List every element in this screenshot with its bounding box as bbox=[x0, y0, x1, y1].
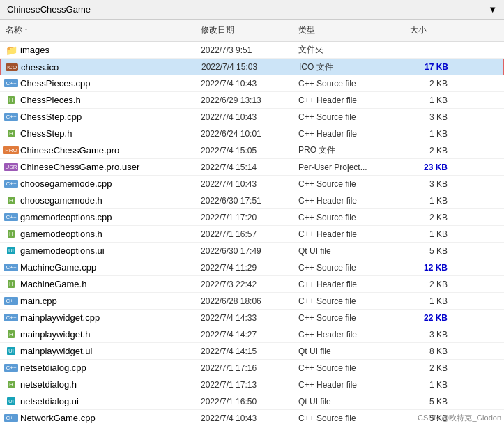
file-name-cell: C++ NetworkGame.cpp bbox=[0, 411, 195, 425]
file-name-cell: H choosegamemode.h bbox=[0, 194, 195, 208]
file-date-cell: 2022/7/1 17:16 bbox=[195, 362, 293, 374]
dropdown-icon[interactable]: ▼ bbox=[488, 4, 497, 15]
file-size-cell: 17 KB bbox=[405, 61, 454, 73]
file-size-cell: 23 KB bbox=[404, 161, 453, 174]
file-list: 📁 images 2022/7/3 9:51 文件夹 ICO chess.ico… bbox=[0, 42, 504, 426]
table-row[interactable]: C++ main.cpp 2022/6/28 18:06 C++ Source … bbox=[0, 293, 504, 310]
file-type-cell: ICO 文件 bbox=[293, 60, 405, 75]
file-type-cell: C++ Source file bbox=[293, 412, 404, 425]
col-size[interactable]: 大小 bbox=[404, 22, 453, 38]
file-type-cell: C++ Header file bbox=[293, 94, 404, 107]
file-size-cell: 5 KB bbox=[404, 245, 453, 257]
window-title: ChineseChessGame bbox=[7, 4, 91, 15]
file-name-cell: UI gamemodeoptions.ui bbox=[0, 244, 195, 258]
file-name-cell: C++ gamemodeoptions.cpp bbox=[0, 211, 195, 225]
file-date-cell: 2022/7/4 10:43 bbox=[195, 77, 293, 90]
file-type-cell: Qt UI file bbox=[293, 395, 404, 408]
file-type-cell: C++ Header file bbox=[293, 128, 404, 140]
file-size-cell bbox=[404, 49, 453, 52]
table-row[interactable]: 📁 images 2022/7/3 9:51 文件夹 bbox=[0, 42, 504, 59]
table-row[interactable]: C++ choosegamemode.cpp 2022/7/4 10:43 C+… bbox=[0, 176, 504, 192]
file-type-cell: C++ Source file bbox=[293, 111, 404, 123]
file-size-cell: 5 KB bbox=[404, 395, 453, 408]
file-name-cell: C++ MachineGame.cpp bbox=[0, 261, 195, 275]
table-row[interactable]: C++ ChessStep.cpp 2022/7/4 10:43 C++ Sou… bbox=[0, 109, 504, 125]
file-date-cell: 2022/7/4 10:43 bbox=[195, 412, 293, 425]
file-name-cell: USR ChineseChessGame.pro.user bbox=[0, 160, 195, 174]
file-date-cell: 2022/7/1 16:50 bbox=[195, 395, 293, 408]
col-date[interactable]: 修改日期 bbox=[195, 22, 293, 38]
file-size-cell: 12 KB bbox=[404, 261, 453, 274]
table-row[interactable]: H choosegamemode.h 2022/6/30 17:51 C++ H… bbox=[0, 192, 504, 209]
file-type-cell: C++ Header file bbox=[293, 328, 404, 341]
file-type-cell: C++ Source file bbox=[293, 178, 404, 190]
file-type-cell: C++ Header file bbox=[293, 195, 404, 207]
file-name-cell: H ChessPieces.h bbox=[0, 93, 195, 107]
table-row[interactable]: H ChessPieces.h 2022/6/29 13:13 C++ Head… bbox=[0, 92, 504, 109]
table-row[interactable]: C++ mainplaywidget.cpp 2022/7/4 14:33 C+… bbox=[0, 310, 504, 326]
file-type-cell: C++ Header file bbox=[293, 379, 404, 391]
table-row[interactable]: UI mainplaywidget.ui 2022/7/4 14:15 Qt U… bbox=[0, 343, 504, 360]
file-date-cell: 2022/7/3 22:42 bbox=[195, 278, 293, 291]
file-date-cell: 2022/7/1 17:13 bbox=[195, 379, 293, 391]
file-size-cell: 2 KB bbox=[404, 278, 453, 291]
file-date-cell: 2022/7/4 10:43 bbox=[195, 178, 293, 190]
file-type-cell: C++ Header file bbox=[293, 278, 404, 291]
file-name-cell: H netsetdialog.h bbox=[0, 378, 195, 392]
file-name-cell: 📁 images bbox=[0, 43, 195, 57]
table-row[interactable]: H ChessStep.h 2022/6/24 10:01 C++ Header… bbox=[0, 125, 504, 142]
file-type-cell: Per-User Project... bbox=[293, 161, 404, 174]
col-name[interactable]: 名称 ↑ bbox=[0, 22, 195, 38]
file-name-cell: H MachineGame.h bbox=[0, 277, 195, 291]
file-date-cell: 2022/7/4 15:14 bbox=[195, 161, 293, 174]
file-name-cell: UI mainplaywidget.ui bbox=[0, 344, 195, 358]
file-date-cell: 2022/7/4 15:05 bbox=[195, 144, 293, 157]
file-name-cell: C++ choosegamemode.cpp bbox=[0, 177, 195, 191]
file-type-cell: C++ Header file bbox=[293, 228, 404, 241]
file-size-cell: 2 KB bbox=[404, 77, 453, 90]
table-row[interactable]: UI netsetdialog.ui 2022/7/1 16:50 Qt UI … bbox=[0, 393, 504, 410]
file-size-cell: 1 KB bbox=[404, 228, 453, 241]
file-size-cell: 1 KB bbox=[404, 94, 453, 107]
table-row[interactable]: UI gamemodeoptions.ui 2022/6/30 17:49 Qt… bbox=[0, 243, 504, 259]
table-row[interactable]: H MachineGame.h 2022/7/3 22:42 C++ Heade… bbox=[0, 276, 504, 293]
file-size-cell: 2 KB bbox=[404, 211, 453, 224]
table-row[interactable]: USR ChineseChessGame.pro.user 2022/7/4 1… bbox=[0, 159, 504, 176]
file-size-cell: 3 KB bbox=[404, 111, 453, 123]
file-size-cell: 3 KB bbox=[404, 328, 453, 341]
file-size-cell: 3 KB bbox=[404, 178, 453, 190]
file-type-cell: C++ Source file bbox=[293, 211, 404, 224]
col-type[interactable]: 类型 bbox=[293, 22, 404, 38]
title-bar: ChineseChessGame ▼ bbox=[0, 0, 504, 20]
table-row[interactable]: H mainplaywidget.h 2022/7/4 14:27 C++ He… bbox=[0, 326, 504, 343]
file-size-cell: 8 KB bbox=[404, 345, 453, 358]
file-name-cell: C++ ChessPieces.cpp bbox=[0, 77, 195, 91]
file-size-cell: 22 KB bbox=[404, 312, 453, 324]
table-row[interactable]: C++ MachineGame.cpp 2022/7/4 11:29 C++ S… bbox=[0, 259, 504, 276]
table-row[interactable]: C++ netsetdialog.cpp 2022/7/1 17:16 C++ … bbox=[0, 360, 504, 376]
table-row[interactable]: PRO ChineseChessGame.pro 2022/7/4 15:05 … bbox=[0, 142, 504, 159]
file-name-cell: UI netsetdialog.ui bbox=[0, 395, 195, 409]
file-type-cell: Qt UI file bbox=[293, 345, 404, 358]
file-date-cell: 2022/6/30 17:51 bbox=[195, 195, 293, 207]
file-date-cell: 2022/7/4 14:15 bbox=[195, 345, 293, 358]
file-date-cell: 2022/7/4 15:03 bbox=[196, 61, 293, 73]
table-row[interactable]: C++ ChessPieces.cpp 2022/7/4 10:43 C++ S… bbox=[0, 75, 504, 92]
file-type-cell: C++ Source file bbox=[293, 261, 404, 274]
file-size-cell: 2 KB bbox=[404, 144, 453, 157]
file-size-cell: 1 KB bbox=[404, 128, 453, 140]
file-name-cell: C++ mainplaywidget.cpp bbox=[0, 311, 195, 325]
file-date-cell: 2022/7/4 14:27 bbox=[195, 328, 293, 341]
file-type-cell: C++ Source file bbox=[293, 295, 404, 307]
table-row[interactable]: ICO chess.ico 2022/7/4 15:03 ICO 文件 17 K… bbox=[0, 59, 504, 75]
file-date-cell: 2022/6/29 13:13 bbox=[195, 94, 293, 107]
table-row[interactable]: H gamemodeoptions.h 2022/7/1 16:57 C++ H… bbox=[0, 226, 504, 243]
sort-arrow-name: ↑ bbox=[24, 26, 28, 34]
table-row[interactable]: C++ gamemodeoptions.cpp 2022/7/1 17:20 C… bbox=[0, 209, 504, 226]
file-date-cell: 2022/7/3 9:51 bbox=[195, 44, 293, 56]
file-type-cell: C++ Source file bbox=[293, 362, 404, 374]
file-name-cell: C++ main.cpp bbox=[0, 294, 195, 308]
file-type-cell: Qt UI file bbox=[293, 245, 404, 257]
file-date-cell: 2022/7/4 14:33 bbox=[195, 312, 293, 324]
table-row[interactable]: H netsetdialog.h 2022/7/1 17:13 C++ Head… bbox=[0, 376, 504, 393]
